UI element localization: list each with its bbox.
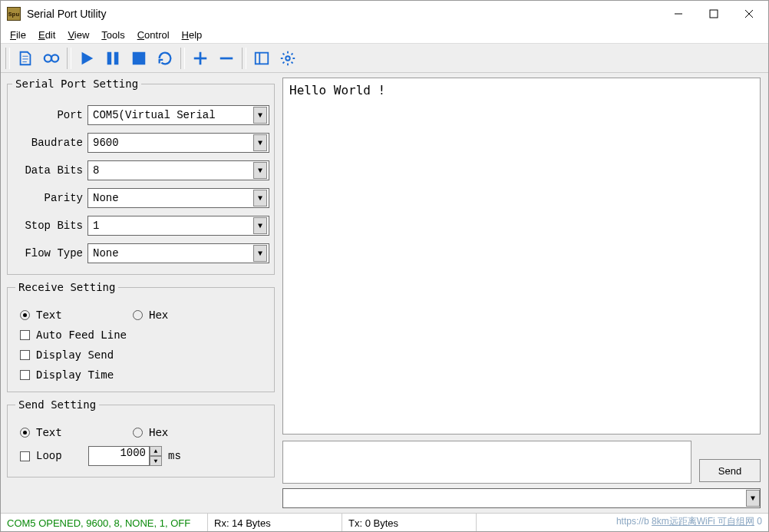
play-icon[interactable]	[74, 47, 99, 70]
menu-control[interactable]: Control	[131, 28, 176, 42]
receive-text-radio[interactable]	[20, 310, 30, 320]
chevron-down-icon[interactable]: ▼	[746, 490, 760, 507]
menu-edit[interactable]: Edit	[32, 28, 61, 42]
auto-feed-label: Auto Feed Line	[36, 329, 127, 341]
history-combo[interactable]: ▼	[282, 488, 761, 508]
svg-rect-10	[114, 51, 119, 64]
display-time-label: Display Time	[36, 368, 114, 381]
chevron-down-icon[interactable]: ▼	[253, 217, 267, 234]
spin-down-icon[interactable]: ▼	[150, 456, 162, 466]
chevron-down-icon[interactable]: ▼	[253, 162, 267, 179]
menu-view[interactable]: View	[61, 28, 95, 42]
receive-hex-label: Hex	[149, 309, 168, 321]
app-icon: Spu	[7, 7, 21, 21]
flowtype-label: Flow Type	[12, 247, 87, 259]
menu-help[interactable]: Help	[176, 28, 209, 42]
svg-rect-15	[256, 52, 269, 64]
databits-combo[interactable]: 8▼	[87, 160, 269, 180]
window-title: Serial Port Utility	[27, 8, 661, 20]
databits-label: Data Bits	[12, 164, 87, 177]
pause-icon[interactable]	[101, 47, 125, 70]
svg-rect-11	[133, 51, 146, 64]
auto-feed-check[interactable]	[20, 330, 30, 340]
new-file-icon[interactable]	[13, 47, 38, 70]
receive-text-label: Text	[36, 309, 127, 321]
send-legend: Send Setting	[15, 398, 99, 411]
receive-hex-radio[interactable]	[133, 310, 143, 320]
baudrate-label: Baudrate	[12, 137, 87, 149]
serial-port-legend: Serial Port Setting	[12, 78, 141, 90]
watermark: https://b 8km远距离WiFi 可自组网 0	[616, 515, 762, 528]
receive-output[interactable]: Hello World !	[282, 78, 761, 435]
send-hex-label: Hex	[149, 426, 168, 438]
parity-label: Parity	[12, 192, 87, 204]
svg-rect-1	[710, 10, 718, 18]
loop-check[interactable]	[20, 451, 30, 461]
loop-label: Loop	[36, 450, 82, 462]
loop-interval-input[interactable]: 1000	[88, 446, 150, 466]
status-rx: Rx: 14 Bytes	[208, 514, 342, 532]
parity-combo[interactable]: None▼	[87, 188, 269, 208]
baudrate-combo[interactable]: 9600▼	[87, 133, 269, 153]
titlebar: Spu Serial Port Utility	[1, 1, 768, 27]
receive-legend: Receive Setting	[15, 281, 118, 293]
add-icon[interactable]	[188, 47, 213, 70]
send-input[interactable]	[282, 441, 691, 484]
send-text-label: Text	[36, 426, 127, 438]
chevron-down-icon[interactable]: ▼	[253, 245, 267, 262]
receive-setting-group: Receive Setting Text Hex Auto Feed Line …	[7, 281, 275, 392]
status-tx: Tx: 0 Bytes	[342, 514, 477, 532]
maximize-button[interactable]	[696, 2, 731, 26]
chevron-down-icon[interactable]: ▼	[253, 107, 267, 124]
spin-up-icon[interactable]: ▲	[150, 446, 162, 456]
send-hex-radio[interactable]	[133, 428, 143, 438]
stopbits-label: Stop Bits	[12, 220, 87, 232]
toolbar	[1, 44, 768, 73]
svg-point-7	[45, 55, 51, 61]
record-icon[interactable]	[39, 47, 64, 70]
display-send-check[interactable]	[20, 350, 30, 360]
display-time-check[interactable]	[20, 370, 30, 380]
refresh-icon[interactable]	[153, 47, 177, 70]
send-button[interactable]: Send	[699, 459, 761, 482]
port-label: Port	[12, 109, 87, 121]
menubar: File Edit View Tools Control Help	[1, 27, 768, 44]
remove-icon[interactable]	[214, 47, 239, 70]
close-button[interactable]	[731, 2, 767, 26]
display-send-label: Display Send	[36, 349, 114, 361]
flowtype-combo[interactable]: None▼	[87, 243, 269, 263]
send-text-radio[interactable]	[20, 428, 30, 438]
send-setting-group: Send Setting Text Hex Loop 1000 ▲▼ ms	[7, 398, 275, 477]
stopbits-combo[interactable]: 1▼	[87, 216, 269, 236]
chevron-down-icon[interactable]: ▼	[253, 134, 267, 151]
svg-rect-9	[107, 51, 112, 64]
port-combo[interactable]: COM5(Virtual Serial▼	[87, 105, 269, 125]
minimize-button[interactable]	[661, 2, 696, 26]
layout-icon[interactable]	[249, 47, 274, 70]
menu-tools[interactable]: Tools	[95, 28, 130, 42]
ms-label: ms	[168, 450, 181, 462]
svg-point-17	[285, 56, 290, 61]
settings-icon[interactable]	[276, 47, 300, 70]
status-connection: COM5 OPENED, 9600, 8, NONE, 1, OFF	[1, 514, 208, 532]
menu-file[interactable]: File	[4, 28, 32, 42]
chevron-down-icon[interactable]: ▼	[253, 190, 267, 207]
svg-point-8	[51, 55, 58, 61]
serial-port-setting-group: Serial Port Setting Port COM5(Virtual Se…	[7, 78, 275, 275]
stop-icon[interactable]	[127, 47, 151, 70]
